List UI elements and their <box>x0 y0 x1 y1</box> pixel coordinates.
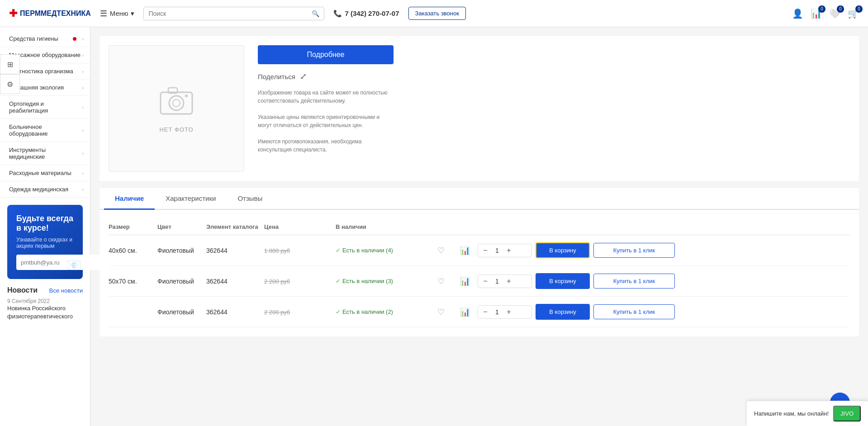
chevron-right-icon: › <box>82 187 84 192</box>
stock-text: Есть в наличии (2) <box>342 308 393 315</box>
page-layout: Средства гигиены › Массажное оборудовани… <box>0 27 868 426</box>
row-color: Фиолетовый <box>157 308 203 316</box>
call-button[interactable]: Заказать звонок <box>408 7 466 20</box>
add-to-cart-button[interactable]: В корзину <box>536 304 590 320</box>
price-old: 2 200 руб <box>264 309 290 316</box>
stock-text: Есть в наличии (4) <box>342 247 393 254</box>
add-to-wishlist-button[interactable]: ♡ <box>430 276 452 286</box>
nav-item-instruments[interactable]: Инструменты медицинские › <box>0 142 90 165</box>
svg-point-4 <box>185 95 188 97</box>
search-icon[interactable]: 🔍 <box>312 10 319 17</box>
more-button[interactable]: Подробнее <box>258 45 394 64</box>
qty-value: 1 <box>493 247 502 254</box>
newsletter-submit-button[interactable]: → <box>101 255 118 270</box>
qty-value: 1 <box>493 278 502 285</box>
search-input[interactable] <box>148 10 312 17</box>
tab-reviews[interactable]: Отзывы <box>227 188 273 210</box>
product-actions: Подробнее Поделиться ⤢ Изображение товар… <box>258 45 394 172</box>
checkmark-icon: ✓ <box>336 308 341 315</box>
col-cart <box>536 223 590 230</box>
buy-one-click-button[interactable]: Купить в 1 клик <box>593 304 675 319</box>
menu-button[interactable]: ☰ Меню ▾ <box>100 9 135 19</box>
qty-decrease-button[interactable]: − <box>480 276 491 287</box>
row-stock: ✓ Есть в наличии (4) <box>336 247 426 254</box>
qty-decrease-button[interactable]: − <box>480 245 491 256</box>
col-qty <box>478 223 532 230</box>
user-button[interactable]: 👤 <box>792 8 803 19</box>
nav-item-consumables[interactable]: Расходные материалы › <box>0 165 90 181</box>
col-color: Цвет <box>157 223 203 230</box>
table-row: Фиолетовый 362644 2 200 руб ✓ Есть в нал… <box>109 297 850 327</box>
chevron-right-icon: › <box>82 128 84 133</box>
col-stock: В наличии <box>336 223 426 230</box>
row-catalog: 362644 <box>206 278 261 285</box>
row-price: 1 800 руб <box>264 247 332 254</box>
chevron-right-icon: › <box>82 52 84 58</box>
share-block[interactable]: Поделиться ⤢ <box>258 71 394 81</box>
row-size: 40х60 см. <box>109 247 154 254</box>
qty-increase-button[interactable]: + <box>503 276 514 287</box>
nav-item-hospital[interactable]: Больничное оборудование › <box>0 119 90 142</box>
row-color: Фиолетовый <box>157 247 203 254</box>
qty-increase-button[interactable]: + <box>503 307 514 317</box>
compare-button[interactable]: 📊 <box>456 276 474 286</box>
buy-one-click-button[interactable]: Купить в 1 клик <box>593 243 675 258</box>
tab-characteristics[interactable]: Характеристики <box>155 188 227 210</box>
hamburger-icon: ☰ <box>100 9 107 19</box>
sidebar-float-btn-1[interactable]: ⊞ <box>0 54 20 74</box>
news-header: Новости Все новости <box>7 286 83 294</box>
qty-value: 1 <box>493 308 502 316</box>
buy-one-click-button[interactable]: Купить в 1 клик <box>593 274 675 289</box>
table-header: Размер Цвет Элемент каталога Цена В нали… <box>109 219 850 235</box>
compare-button[interactable]: 📊 <box>456 307 474 317</box>
news-all-link[interactable]: Все новости <box>49 287 83 294</box>
nav-item-clothing[interactable]: Одежда медицинская › <box>0 181 90 198</box>
share-icon: ⤢ <box>300 71 307 81</box>
col-size: Размер <box>109 223 154 230</box>
phone-block: 📞 7 (342) 270-07-07 <box>333 9 399 18</box>
row-stock: ✓ Есть в наличии (3) <box>336 278 426 284</box>
add-to-cart-button[interactable]: В корзину <box>536 242 590 258</box>
tab-availability[interactable]: Наличие <box>104 188 155 210</box>
stats-button[interactable]: 📊 0 <box>811 8 822 19</box>
news-item-title: Новинка Российского физиотерапевтическог… <box>7 304 83 321</box>
jivo-label: Напишите нам, мы онлайн! <box>754 410 829 417</box>
nav-item-label: Средства гигиены <box>9 35 58 42</box>
news-section: Новости Все новости 9 Сентября 2022 Нови… <box>0 286 90 328</box>
jivo-button[interactable]: JIVO <box>833 406 861 421</box>
product-top: НЕТ ФОТО Подробнее Поделиться ⤢ Изображе… <box>100 36 859 181</box>
add-to-cart-button[interactable]: В корзину <box>536 273 590 289</box>
main-content: НЕТ ФОТО Подробнее Поделиться ⤢ Изображе… <box>90 27 868 426</box>
col-buy <box>593 223 675 230</box>
filter-icon: ⚙ <box>7 80 13 89</box>
cart-button[interactable]: 🛒 0 <box>848 8 859 19</box>
logo[interactable]: ✚ ПЕРММЕДТЕХНИКА <box>9 8 91 19</box>
checkmark-icon: ✓ <box>336 278 341 284</box>
nav-item-label: Больничное оборудование <box>9 123 82 137</box>
compare-button[interactable]: 📊 <box>456 246 474 256</box>
newsletter-block: Будьте всегда в курсе! Узнавайте о скидк… <box>7 205 83 279</box>
table-row: 40х60 см. Фиолетовый 362644 1 800 руб ✓ … <box>109 235 850 266</box>
nav-item-hygiene[interactable]: Средства гигиены › <box>0 31 90 47</box>
checkmark-icon: ✓ <box>336 247 341 254</box>
tabs-bar: Наличие Характеристики Отзывы <box>100 188 859 210</box>
news-title: Новости <box>7 286 38 294</box>
sidebar-float-btn-2[interactable]: ⚙ <box>0 74 20 94</box>
wishlist-button[interactable]: 🤍 0 <box>829 8 840 19</box>
add-to-wishlist-button[interactable]: ♡ <box>430 246 452 256</box>
row-price: 2 200 руб <box>264 308 332 316</box>
phone-number: 7 (342) 270-07-07 <box>345 9 399 17</box>
availability-table: Размер Цвет Элемент каталога Цена В нали… <box>100 210 859 336</box>
col-compare <box>456 223 474 230</box>
header: ✚ ПЕРММЕДТЕХНИКА ☰ Меню ▾ 🔍 📞 7 (342) 27… <box>0 0 868 27</box>
stock-text: Есть в наличии (3) <box>342 278 393 284</box>
add-to-wishlist-button[interactable]: ♡ <box>430 307 452 317</box>
table-row: 50х70 см. Фиолетовый 362644 2 200 руб ✓ … <box>109 266 850 297</box>
nav-item-ortho[interactable]: Ортопедия и реабилитация › <box>0 96 90 119</box>
qty-increase-button[interactable]: + <box>503 245 514 256</box>
qty-decrease-button[interactable]: − <box>480 307 491 317</box>
logo-cross-icon: ✚ <box>9 8 17 19</box>
row-price: 2 200 руб <box>264 278 332 285</box>
nav-item-label: Расходные материалы <box>9 170 71 176</box>
newsletter-email-input[interactable] <box>16 255 101 270</box>
